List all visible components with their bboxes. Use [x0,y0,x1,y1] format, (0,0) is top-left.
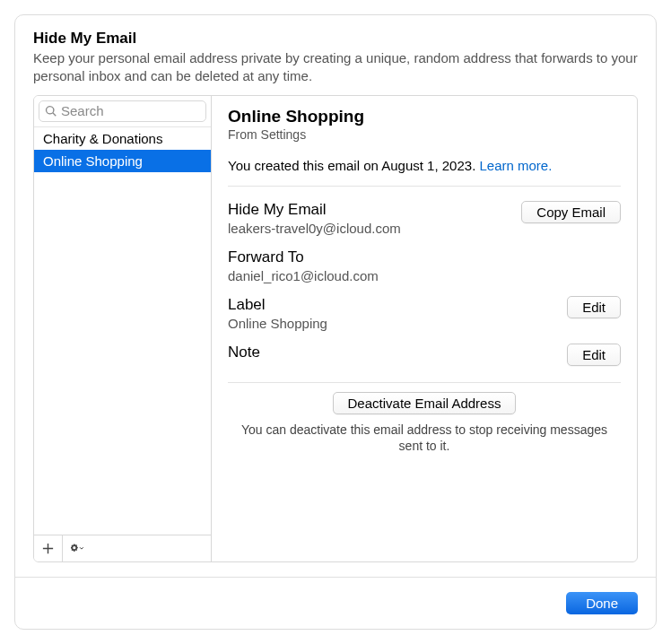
hide-my-email-window: Hide My Email Keep your personal email a… [14,14,657,630]
edit-label-button[interactable]: Edit [567,296,621,318]
search-input[interactable] [61,103,200,118]
page-subtitle: Keep your personal email address private… [33,49,638,86]
note-label: Note [228,344,567,361]
detail-title: Online Shopping [228,107,621,126]
list-item[interactable]: Online Shopping [34,150,211,172]
forward-to-row: Forward To daniel_rico1@icloud.com [228,239,621,287]
divider [228,186,621,187]
hide-my-email-value: leakers-travel0y@icloud.com [228,221,521,236]
page-title: Hide My Email [33,30,638,48]
deactivate-button[interactable]: Deactivate Email Address [333,392,517,414]
label-label: Label [228,296,567,314]
search-field[interactable] [39,100,206,122]
label-value: Online Shopping [228,316,567,331]
plus-icon [41,542,55,555]
forward-to-value: daniel_rico1@icloud.com [228,268,621,283]
hide-my-email-row: Hide My Email leakers-travel0y@icloud.co… [228,192,621,239]
forward-to-label: Forward To [228,248,621,266]
copy-email-button[interactable]: Copy Email [521,201,621,223]
search-icon [45,105,57,117]
created-text-row: You created this email on August 1, 2023… [228,158,621,173]
created-text: You created this email on August 1, 2023… [228,158,479,173]
deactivate-section: Deactivate Email Address You can deactiv… [228,392,621,456]
done-button[interactable]: Done [566,592,638,614]
edit-note-button[interactable]: Edit [567,344,621,366]
learn-more-link[interactable]: Learn more. [479,158,552,173]
deactivate-note: You can deactivate this email address to… [228,422,621,456]
sidebar-footer [34,535,211,561]
add-button[interactable] [34,535,63,561]
footer: Done [15,577,656,629]
detail-from: From Settings [228,127,621,142]
divider [228,382,621,383]
options-menu-button[interactable] [63,535,92,561]
label-row: Label Online Shopping Edit [228,287,621,335]
note-row: Note Edit [228,335,621,370]
header: Hide My Email Keep your personal email a… [15,15,656,95]
hide-my-email-label: Hide My Email [228,201,521,219]
list-item[interactable]: Charity & Donations [34,127,211,150]
sidebar: Charity & Donations Online Shopping [34,96,212,562]
detail-pane: Online Shopping From Settings You create… [212,96,637,562]
email-list: Charity & Donations Online Shopping [34,127,211,535]
gear-chevron-icon [71,542,84,555]
